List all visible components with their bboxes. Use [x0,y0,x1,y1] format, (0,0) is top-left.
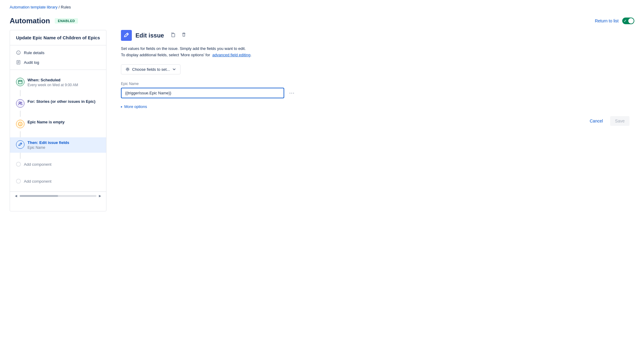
page-header: Automation ENABLED Return to list ✓ [0,14,644,30]
svg-point-18 [127,68,128,70]
add-component-1-label: Add component [24,162,51,167]
svg-text:i: i [18,51,19,54]
choose-fields-button[interactable]: Choose fields to set... [121,64,181,74]
svg-point-14 [20,125,21,125]
rule-item-action[interactable]: Then: Edit issue fields Epic Name [10,137,106,153]
action-buttons: Cancel Save [121,116,629,126]
add-component-circle-2 [16,179,21,184]
choose-fields-label: Choose fields to set... [132,67,170,72]
rule-connector-2 [20,111,21,117]
rule-item-scheduled[interactable]: When: Scheduled Every week on Wed at 9:0… [10,75,106,90]
page-title-area: Automation ENABLED [10,17,78,25]
delete-button[interactable] [180,32,188,39]
breadcrumb: Automation template library / Rules [0,0,644,14]
main-content: Update Epic Name of Children of Epics i … [0,30,644,353]
sidebar-nav-rule-details-label: Rule details [24,51,44,55]
rule-item-scheduled-header: When: Scheduled Every week on Wed at 9:0… [16,78,100,87]
rule-item-for-title: For: Stories (or other issues in Epic) [28,99,100,104]
sidebar-nav-audit-log-label: Audit log [24,60,39,65]
more-options-toggle[interactable]: ▸ More options [121,104,629,109]
sidebar-rule-name: Update Epic Name of Children of Epics [10,30,106,45]
cancel-button[interactable]: Cancel [585,116,608,126]
enabled-toggle[interactable]: ✓ [622,18,634,24]
toggle-knob [628,18,634,24]
svg-rect-6 [18,80,22,84]
rule-item-for-header: For: Stories (or other issues in Epic) [16,99,100,108]
rule-item-scheduled-subtitle: Every week on Wed at 9:00 AM [28,83,100,87]
rule-connector-4 [20,153,21,159]
rule-connector-1 [20,90,21,96]
description-line2: To display additional fields, select 'Mo… [121,52,629,58]
rule-item-action-content: Then: Edit issue fields Epic Name [28,140,100,150]
scroll-right-arrow[interactable]: ▶ [99,194,101,197]
svg-point-11 [21,102,22,103]
header-right: Return to list ✓ [595,18,634,24]
spacer [10,170,106,176]
copy-button[interactable] [169,32,177,39]
save-button[interactable]: Save [610,116,629,126]
header-actions [169,32,188,39]
breadcrumb-library-link[interactable]: Automation template library [10,5,57,9]
rule-item-scheduled-content: When: Scheduled Every week on Wed at 9:0… [28,78,100,87]
right-panel: Edit issue Set values for fields on the … [116,30,634,353]
add-component-2-label: Add component [24,179,51,184]
more-options-chevron-icon: ▸ [121,105,122,108]
toggle-check-icon: ✓ [624,19,626,23]
rule-item-action-subtitle: Epic Name [28,145,100,150]
svg-rect-17 [172,34,175,37]
pencil-icon [16,140,24,149]
add-component-circle-1 [16,162,21,167]
scrollbar-thumb [20,195,58,197]
more-options-label: More options [124,104,147,109]
breadcrumb-current: Rules [61,5,71,9]
more-dots-icon: ⋯ [289,90,294,96]
rule-item-condition-title: Epic Name is empty [28,120,100,124]
sidebar: Update Epic Name of Children of Epics i … [10,30,106,211]
sidebar-scrollbar: ◀ ▶ [10,191,106,200]
page-title: Automation [10,17,50,25]
epic-name-input[interactable] [121,88,284,98]
scroll-left-arrow[interactable]: ◀ [15,194,17,197]
epic-name-label: Epic Name [121,82,629,86]
rule-connector-3 [20,131,21,137]
chevron-down-icon [172,67,176,71]
sidebar-item-rule-details[interactable]: i Rule details [10,48,106,57]
edit-issue-icon [121,30,132,41]
rule-item-action-title: Then: Edit issue fields [28,140,100,145]
epic-name-field-row: ⋯ [121,88,629,98]
breadcrumb-separator: / [57,5,61,9]
sidebar-item-audit-log[interactable]: Audit log [10,57,106,67]
sidebar-nav: i Rule details Audit log [10,45,106,70]
rule-item-for-content: For: Stories (or other issues in Epic) [28,99,100,104]
epic-name-more-button[interactable]: ⋯ [287,88,297,97]
condition-icon [16,120,24,128]
rule-list: When: Scheduled Every week on Wed at 9:0… [10,70,106,191]
gear-icon [125,67,130,71]
info-icon: i [16,50,21,55]
people-icon [16,99,24,108]
rule-item-condition[interactable]: Epic Name is empty [10,117,106,131]
add-component-1[interactable]: Add component [10,159,106,170]
return-to-list-link[interactable]: Return to list [595,18,619,23]
calendar-icon [16,78,24,86]
description-line1: Set values for fields on the issue. Simp… [121,46,629,52]
rule-item-condition-content: Epic Name is empty [28,120,100,124]
audit-icon [16,60,21,65]
advanced-field-link[interactable]: advanced field editing [212,53,250,57]
rule-item-scheduled-title: When: Scheduled [28,78,100,82]
scrollbar-track[interactable] [20,195,96,197]
rule-item-condition-header: Epic Name is empty [16,120,100,128]
add-component-2[interactable]: Add component [10,176,106,187]
rule-item-action-header: Then: Edit issue fields Epic Name [16,140,100,150]
rule-item-for[interactable]: For: Stories (or other issues in Epic) [10,96,106,111]
edit-issue-header: Edit issue [121,30,629,41]
description-line2-text: To display additional fields, select 'Mo… [121,53,210,57]
edit-issue-title: Edit issue [135,32,164,39]
enabled-badge: ENABLED [55,18,78,24]
edit-issue-description: Set values for fields on the issue. Simp… [121,46,629,58]
svg-point-10 [19,102,21,103]
epic-name-field-section: Epic Name ⋯ [121,82,629,98]
return-to-list-label: Return to list [595,18,619,23]
